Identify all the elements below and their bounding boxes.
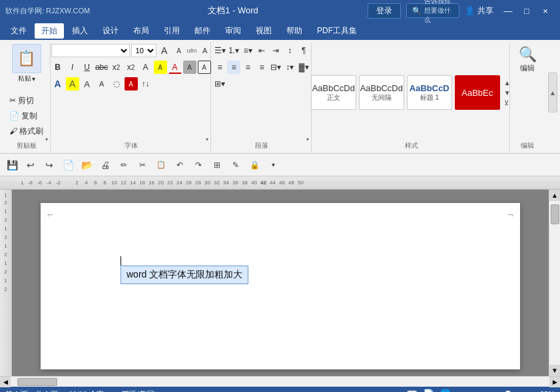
hscroll-track[interactable]	[11, 377, 549, 387]
styles-expand[interactable]: ⊻	[503, 98, 512, 108]
open-button[interactable]: 📂	[79, 157, 95, 173]
close-button[interactable]: ×	[536, 3, 555, 18]
redo2-button[interactable]: ↷	[190, 157, 206, 173]
menu-item-view[interactable]: 视图	[249, 23, 278, 39]
style-nospace[interactable]: AaBbCcDd 无间隔	[359, 75, 404, 110]
font-increase-button[interactable]: A	[158, 44, 171, 57]
font-ac[interactable]: ◌	[110, 77, 123, 91]
font-decrease-button[interactable]: A	[172, 44, 186, 57]
hscroll-right-button[interactable]: ▶	[549, 377, 560, 387]
bold-button[interactable]: B	[51, 61, 65, 74]
underline-button[interactable]: U	[81, 61, 94, 74]
menu-item-references[interactable]: 引用	[157, 23, 186, 39]
italic-button[interactable]: I	[66, 61, 79, 74]
sort-button[interactable]: ↕	[283, 44, 296, 57]
menu-item-mailings[interactable]: 邮件	[188, 23, 217, 39]
list-number-button[interactable]: 1.▾	[227, 44, 240, 57]
cut-qa-button[interactable]: ✂	[135, 157, 150, 173]
hscroll-thumb[interactable]	[17, 378, 57, 386]
align-right-button[interactable]: ≡	[241, 61, 254, 74]
font-name-select[interactable]	[51, 44, 130, 57]
list-bullet-button[interactable]: ☰▾	[213, 44, 226, 57]
login-button[interactable]: 登录	[368, 3, 401, 19]
view-mode-print[interactable]: 📄	[423, 389, 434, 392]
vertical-scrollbar[interactable]: ▲ ▼	[549, 190, 560, 376]
table-button[interactable]: ⊞	[209, 157, 225, 173]
align-justify-button[interactable]: ≡	[255, 61, 268, 74]
pencil-button[interactable]: ✎	[228, 157, 244, 173]
font-ad[interactable]: A	[125, 77, 138, 91]
font-ab[interactable]: A	[95, 77, 109, 91]
menu-item-review[interactable]: 审阅	[218, 23, 248, 39]
scroll-up-button[interactable]: ▲	[549, 190, 561, 201]
style-highlight[interactable]: AaBbEc	[455, 75, 500, 110]
ribbon-collapse-button[interactable]: ▲	[548, 73, 557, 112]
styles-scroll-up[interactable]: ▲	[503, 78, 512, 88]
qa-more-button[interactable]: ▾	[265, 157, 281, 173]
document-area[interactable]: ⌐ ¬ word 文档字体无限加粗加大	[12, 190, 549, 376]
align-center-button[interactable]: ≡	[227, 61, 240, 74]
menu-item-design[interactable]: 设计	[96, 23, 125, 39]
share-area[interactable]: 👤 共享	[465, 5, 493, 17]
font-color-a[interactable]: A	[139, 61, 152, 74]
shading-button[interactable]: ▓▾	[297, 61, 310, 74]
font-color-ab[interactable]: A	[66, 77, 79, 91]
undo-button[interactable]: ↩	[23, 157, 39, 173]
strikethrough-button[interactable]: abc	[95, 61, 109, 74]
subscript-button[interactable]: x2	[110, 61, 123, 74]
char-border-button[interactable]: A	[198, 61, 211, 74]
scroll-track[interactable]	[549, 201, 560, 365]
font-color-aa[interactable]: A	[51, 77, 65, 91]
menu-item-layout[interactable]: 布局	[127, 23, 156, 39]
print-button[interactable]: 🖨	[97, 157, 113, 173]
horizontal-scrollbar[interactable]: ◀ ▶	[0, 376, 560, 387]
maximize-button[interactable]: □	[517, 3, 536, 18]
paragraph-corner[interactable]: ▾	[306, 136, 310, 142]
font-color-button[interactable]: A	[168, 61, 182, 74]
clipboard-corner[interactable]: ▾	[45, 136, 49, 142]
lock-button[interactable]: 🔒	[246, 157, 262, 173]
format-painter-button[interactable]: 🖌 格式刷	[7, 124, 46, 138]
align-left-button[interactable]: ≡	[213, 61, 226, 74]
indent-increase-button[interactable]: ⇥	[269, 44, 282, 57]
copy-qa-button[interactable]: 📋	[153, 157, 169, 173]
menu-item-insert[interactable]: 插入	[65, 23, 95, 39]
new-button[interactable]: 📄	[60, 157, 76, 173]
paste-label[interactable]: 粘贴 ▾	[18, 74, 35, 83]
minimize-button[interactable]: —	[499, 3, 517, 18]
copy-button[interactable]: 📄 复制	[7, 109, 46, 123]
col-button[interactable]: ⊟▾	[269, 61, 282, 74]
menu-item-home[interactable]: 开始	[35, 23, 64, 39]
font-size-select[interactable]: 10891112141618202428364872	[131, 44, 156, 57]
scroll-thumb[interactable]	[551, 204, 559, 224]
char-shading-button[interactable]: A	[183, 61, 196, 74]
zoom-in-button[interactable]: ＋	[527, 389, 535, 393]
menu-item-help[interactable]: 帮助	[280, 23, 309, 39]
clear-format-button[interactable]: A	[198, 44, 212, 57]
search-bar[interactable]: 🔍 告诉我你想要做什么	[406, 3, 459, 18]
font-corner[interactable]: ▾	[205, 136, 209, 142]
menu-item-file[interactable]: 文件	[4, 23, 33, 39]
list-multi-button[interactable]: ≡▾	[241, 44, 254, 57]
save-button[interactable]: 💾	[4, 157, 20, 173]
menu-item-pdf[interactable]: PDF工具集	[310, 23, 364, 39]
view-mode-web[interactable]: 🌐	[439, 389, 451, 392]
cut-button[interactable]: ✂ 剪切	[7, 94, 46, 108]
font-aa[interactable]: A	[81, 77, 94, 91]
line-spacing-button[interactable]: ↕▾	[283, 61, 296, 74]
highlight-button[interactable]: A	[154, 61, 167, 74]
superscript-button[interactable]: x2	[125, 61, 138, 74]
redo-button[interactable]: ↪	[41, 157, 57, 173]
view-mode-read[interactable]: 📖	[406, 389, 418, 392]
paste-button[interactable]: 📋	[12, 44, 41, 73]
show-marks-button[interactable]: ¶	[297, 44, 310, 57]
undo2-button[interactable]: ↶	[172, 157, 188, 173]
font-ae[interactable]: ↑↓	[139, 77, 152, 91]
styles-scroll-down[interactable]: ▼	[503, 88, 512, 98]
zoom-out-button[interactable]: －	[456, 389, 463, 393]
search-editing-button[interactable]: 🔍 编辑	[515, 44, 540, 75]
draw-button[interactable]: ✏	[116, 157, 132, 173]
style-heading1[interactable]: AaBbCcD 标题 1	[407, 75, 452, 110]
indent-decrease-button[interactable]: ⇤	[255, 44, 268, 57]
scroll-down-button[interactable]: ▼	[549, 365, 561, 376]
